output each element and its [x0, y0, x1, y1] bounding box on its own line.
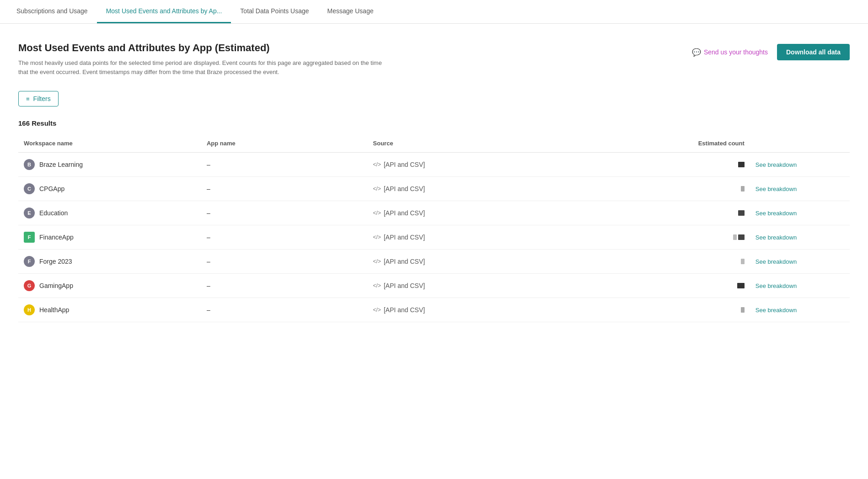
action-cell: See breakdown — [750, 225, 850, 250]
workspace-cell: F Forge 2023 — [18, 250, 201, 274]
bar-segment — [733, 234, 737, 240]
see-breakdown-button[interactable]: See breakdown — [755, 307, 797, 314]
code-icon: </> — [373, 282, 381, 289]
count-cell — [617, 225, 750, 250]
bar-segment — [738, 162, 745, 167]
count-cell — [617, 201, 750, 225]
source-cell: </> [API and CSV] — [368, 177, 617, 201]
results-count: 166 Results — [18, 119, 850, 127]
see-breakdown-button[interactable]: See breakdown — [755, 186, 797, 192]
page-header: Most Used Events and Attributes by App (… — [18, 42, 850, 76]
action-cell: See breakdown — [750, 274, 850, 298]
col-header-workspace: Workspace name — [18, 136, 201, 153]
workspace-cell: E Education — [18, 201, 201, 225]
col-header-count: Estimated count — [617, 136, 750, 153]
workspace-cell: G GamingApp — [18, 274, 201, 298]
tab-message-usage[interactable]: Message Usage — [318, 0, 383, 23]
source-cell: </> [API and CSV] — [368, 201, 617, 225]
see-breakdown-button[interactable]: See breakdown — [755, 282, 797, 289]
tab-most-used[interactable]: Most Used Events and Attributes by Ap... — [97, 0, 231, 23]
app-cell: – — [201, 153, 368, 177]
source-cell: </> [API and CSV] — [368, 298, 617, 322]
source-cell: </> [API and CSV] — [368, 153, 617, 177]
col-header-source: Source — [368, 136, 617, 153]
tab-total-data[interactable]: Total Data Points Usage — [231, 0, 318, 23]
workspace-avatar: G — [24, 280, 35, 291]
see-breakdown-button[interactable]: See breakdown — [755, 234, 797, 241]
download-all-button[interactable]: Download all data — [777, 44, 850, 60]
source-cell: </> [API and CSV] — [368, 225, 617, 250]
source-cell: </> [API and CSV] — [368, 274, 617, 298]
count-cell — [617, 153, 750, 177]
workspace-avatar: F — [24, 256, 35, 267]
source-value: [API and CSV] — [384, 234, 425, 241]
code-icon: </> — [373, 210, 381, 216]
workspace-name: Forge 2023 — [39, 258, 72, 265]
workspace-name: Braze Learning — [39, 161, 83, 168]
workspace-avatar: B — [24, 159, 35, 170]
workspace-name: HealthApp — [39, 306, 69, 314]
table-row: F FinanceApp – </> [API and CSV] See bre… — [18, 225, 850, 250]
source-value: [API and CSV] — [384, 306, 425, 314]
workspace-cell: F FinanceApp — [18, 225, 201, 250]
source-value: [API and CSV] — [384, 209, 425, 217]
workspace-name: Education — [39, 209, 68, 217]
workspace-avatar: H — [24, 304, 35, 315]
workspace-avatar: E — [24, 208, 35, 218]
code-icon: </> — [373, 161, 381, 168]
action-cell: See breakdown — [750, 298, 850, 322]
action-cell: See breakdown — [750, 177, 850, 201]
see-breakdown-button[interactable]: See breakdown — [755, 258, 797, 265]
col-header-action — [750, 136, 850, 153]
bar-segment — [737, 283, 745, 288]
data-table: Workspace name App name Source Estimated… — [18, 136, 850, 322]
workspace-avatar: C — [24, 183, 35, 194]
workspace-name: CPGApp — [39, 185, 64, 192]
send-thoughts-button[interactable]: 💬 Send us your thoughts — [692, 48, 768, 57]
page-title-block: Most Used Events and Attributes by App (… — [18, 42, 384, 76]
see-breakdown-button[interactable]: See breakdown — [755, 210, 797, 217]
table-row: C CPGApp – </> [API and CSV] See breakdo… — [18, 177, 850, 201]
send-thoughts-label: Send us your thoughts — [704, 48, 768, 56]
main-content: Most Used Events and Attributes by App (… — [0, 24, 868, 479]
filters-label: Filters — [33, 95, 51, 102]
bar-segment — [738, 210, 745, 216]
source-value: [API and CSV] — [384, 282, 425, 289]
count-cell — [617, 274, 750, 298]
app-cell: – — [201, 225, 368, 250]
table-row: G GamingApp – </> [API and CSV] See brea… — [18, 274, 850, 298]
tab-bar: Subscriptions and Usage Most Used Events… — [0, 0, 868, 24]
page-description: The most heavily used data points for th… — [18, 59, 384, 76]
count-cell — [617, 177, 750, 201]
source-value: [API and CSV] — [384, 185, 425, 192]
code-icon: </> — [373, 234, 381, 240]
source-cell: </> [API and CSV] — [368, 250, 617, 274]
table-row: B Braze Learning – </> [API and CSV] See… — [18, 153, 850, 177]
workspace-cell: H HealthApp — [18, 298, 201, 322]
app-cell: – — [201, 274, 368, 298]
workspace-cell: C CPGApp — [18, 177, 201, 201]
filters-section: ≡ Filters — [18, 91, 850, 106]
table-row: F Forge 2023 – </> [API and CSV] See bre… — [18, 250, 850, 274]
action-cell: See breakdown — [750, 153, 850, 177]
col-header-app: App name — [201, 136, 368, 153]
table-row: H HealthApp – </> [API and CSV] See brea… — [18, 298, 850, 322]
count-cell — [617, 298, 750, 322]
app-cell: – — [201, 177, 368, 201]
workspace-name: GamingApp — [39, 282, 73, 289]
bar-segment — [738, 234, 745, 240]
app-cell: – — [201, 298, 368, 322]
page-title: Most Used Events and Attributes by App (… — [18, 42, 384, 54]
code-icon: </> — [373, 258, 381, 265]
app-cell: – — [201, 250, 368, 274]
source-value: [API and CSV] — [384, 161, 425, 168]
app-cell: – — [201, 201, 368, 225]
source-value: [API and CSV] — [384, 258, 425, 265]
filter-icon: ≡ — [26, 96, 30, 102]
code-icon: </> — [373, 186, 381, 192]
bar-segment — [741, 186, 745, 192]
header-actions: 💬 Send us your thoughts Download all dat… — [692, 42, 850, 60]
tab-subscriptions[interactable]: Subscriptions and Usage — [7, 0, 97, 23]
see-breakdown-button[interactable]: See breakdown — [755, 161, 797, 168]
filters-button[interactable]: ≡ Filters — [18, 91, 59, 106]
